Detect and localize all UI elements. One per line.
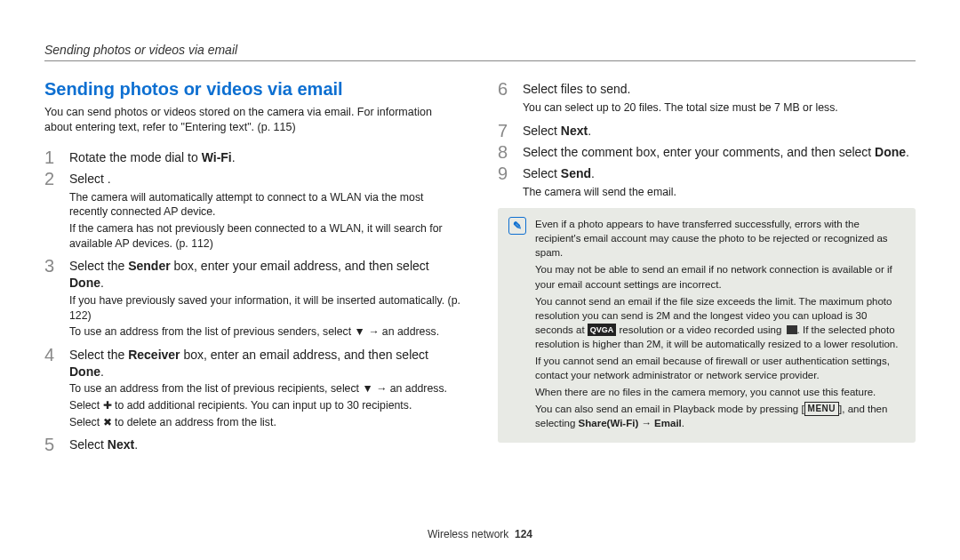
step-number: 3 — [44, 256, 59, 276]
step-6: 6 Select files to send. — [498, 79, 916, 99]
step-4: 4 Select the Receiver box, enter an emai… — [44, 345, 462, 380]
bold: Next — [561, 124, 588, 138]
step-text: Select the Receiver box, enter an email … — [69, 345, 462, 380]
bold: Done — [69, 364, 100, 379]
note-item: You may not be able to send an email if … — [535, 262, 905, 291]
header-divider — [44, 60, 916, 61]
text: You can also send an email in Playback m… — [535, 404, 804, 414]
bold: Share(Wi-Fi) → Email — [579, 418, 682, 428]
text: Select the comment box, enter your comme… — [523, 145, 875, 159]
text: . — [906, 145, 909, 159]
step-number: 4 — [44, 345, 59, 364]
qvga-icon: QVGA — [588, 324, 617, 337]
step-2-sub: The camera will automatically attempt to… — [69, 190, 462, 251]
note-item: When there are no files in the camera me… — [535, 385, 905, 399]
note-item: You can also send an email in Playback m… — [535, 402, 905, 430]
section-title: Sending photos or videos via email — [44, 79, 462, 100]
text: Select the — [69, 348, 128, 362]
sub-bullet: If the camera has not previously been co… — [69, 221, 462, 251]
step-5: 5 Select Next. — [44, 435, 462, 454]
sub-bullet: To use an address from the list of previ… — [69, 381, 462, 396]
text: . — [232, 150, 236, 164]
text: to delete an address from the list. — [112, 416, 276, 428]
text: → an address. — [365, 325, 439, 338]
text: . — [134, 437, 138, 452]
text: . — [591, 166, 595, 180]
step-number: 8 — [498, 142, 512, 162]
text: To use an address from the list of previ… — [69, 382, 362, 395]
section-intro: You can send photos or videos stored on … — [44, 105, 462, 135]
note-item: Even if a photo appears to have transfer… — [535, 217, 905, 260]
note-list: Even if a photo appears to have transfer… — [535, 217, 905, 433]
plus-icon: ✚ — [103, 399, 112, 412]
step-text: Select Send. — [523, 164, 916, 182]
text: Select — [523, 124, 561, 138]
right-column: 6 Select files to send. You can select u… — [498, 79, 916, 456]
two-column-layout: Sending photos or videos via email You c… — [44, 79, 916, 456]
sub-bullet: You can select up to 20 files. The total… — [523, 100, 916, 116]
step-text: Select the comment box, enter your comme… — [523, 142, 916, 161]
note-item: If you cannot send an email because of f… — [535, 354, 905, 382]
step-1: 1 Rotate the mode dial to Wi-Fi. — [44, 148, 462, 167]
step-3-sub: If you have previously saved your inform… — [69, 293, 462, 340]
step-2: 2 Select . — [44, 169, 462, 188]
footer-section: Wireless network — [428, 528, 508, 540]
step-3: 3 Select the Sender box, enter your emai… — [44, 256, 462, 292]
running-header: Sending photos or videos via email — [44, 43, 916, 57]
text: to add additional recipients. You can in… — [112, 399, 412, 412]
step-text: Select . — [69, 169, 462, 188]
step-number: 7 — [498, 121, 512, 140]
down-arrow-icon: ▼ — [362, 382, 372, 395]
text: Select — [523, 166, 561, 180]
step-text: Select the Sender box, enter your email … — [69, 256, 462, 292]
step-number: 1 — [44, 148, 59, 167]
sub-bullet: If you have previously saved your inform… — [69, 293, 462, 323]
step-number: 2 — [44, 169, 59, 188]
step-8: 8 Select the comment box, enter your com… — [498, 142, 916, 162]
sub-bullet: To use an address from the list of previ… — [69, 324, 462, 340]
step-text: Select Next. — [69, 435, 462, 453]
menu-button-icon: MENU — [804, 402, 839, 416]
text: . — [100, 276, 104, 290]
sub-bullet: The camera will automatically attempt to… — [69, 190, 462, 220]
text: box, enter your email address, and then … — [171, 259, 429, 273]
film-icon — [785, 325, 797, 334]
text: box, enter an email address, and then se… — [180, 348, 428, 362]
step-6-sub: You can select up to 20 files. The total… — [523, 100, 916, 116]
note-item: You cannot send an email if the file siz… — [535, 294, 905, 351]
text: Select — [69, 399, 103, 412]
step-number: 5 — [44, 435, 59, 454]
sub-bullet: Select ✖ to delete an address from the l… — [69, 415, 462, 430]
text: → an address. — [373, 382, 447, 395]
sub-bullet: Select ✚ to add additional recipients. Y… — [69, 398, 462, 413]
step-number: 9 — [498, 164, 512, 183]
x-icon: ✖ — [103, 416, 112, 428]
text: resolution or a video recorded using — [616, 324, 784, 335]
step-9: 9 Select Send. — [498, 164, 916, 183]
text: Select the — [69, 259, 128, 273]
bold: Next — [108, 437, 134, 452]
text: To use an address from the list of previ… — [69, 325, 355, 338]
step-text: Rotate the mode dial to Wi-Fi. — [69, 148, 462, 166]
note-icon: ✎ — [508, 217, 526, 235]
step-text: Select files to send. — [523, 79, 916, 98]
step-7: 7 Select Next. — [498, 121, 916, 140]
step-number: 6 — [498, 79, 512, 99]
bold: Receiver — [128, 348, 180, 362]
step-9-sub: The camera will send the email. — [523, 185, 916, 200]
page-footer: Wireless network 124 — [0, 528, 960, 540]
text: Select — [69, 416, 103, 428]
text: Rotate the mode dial to — [69, 150, 202, 164]
bold: Done — [69, 276, 100, 290]
text: . — [682, 418, 684, 428]
step-4-sub: To use an address from the list of previ… — [69, 381, 462, 429]
page-number: 124 — [515, 528, 532, 540]
sub-bullet: The camera will send the email. — [523, 185, 916, 200]
note-box: ✎ Even if a photo appears to have transf… — [498, 208, 916, 442]
left-column: Sending photos or videos via email You c… — [44, 79, 462, 456]
step-text: Select Next. — [523, 121, 916, 140]
text: Select — [69, 437, 108, 452]
text: . — [588, 124, 591, 138]
wifi-label: Wi-Fi — [202, 150, 232, 164]
text: . — [100, 364, 104, 379]
